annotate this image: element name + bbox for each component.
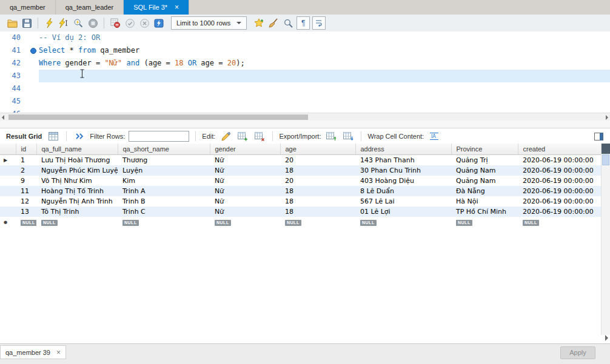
cell[interactable]: Trinh A [118, 186, 210, 196]
row-selector[interactable] [0, 196, 16, 207]
cell[interactable]: Nữ [210, 207, 280, 217]
beautify-button[interactable] [266, 16, 281, 30]
cell[interactable]: Nữ [210, 165, 280, 176]
cell[interactable]: Tô Thị Trinh [36, 207, 118, 217]
cell[interactable]: 30 Phan Chu Trinh [355, 165, 451, 176]
cell[interactable]: 18 [280, 207, 355, 217]
cell[interactable]: 2020-06-19 00:00:00 [518, 207, 602, 217]
cell[interactable]: 2020-06-19 00:00:00 [518, 186, 602, 196]
cell[interactable]: 9 [16, 176, 36, 186]
editor-line[interactable]: 46 [0, 108, 610, 113]
new-row-placeholder[interactable]: ●NULLNULLNULLNULLNULLNULLNULLNULL [0, 217, 602, 227]
editor-line[interactable]: 43 [0, 70, 610, 82]
cell[interactable]: Quảng Nam [451, 176, 518, 186]
cell[interactable]: Trinh B [118, 196, 210, 207]
editor-line[interactable]: 44 [0, 82, 610, 95]
cell[interactable]: 2020-06-19 00:00:00 [518, 165, 602, 176]
apply-button[interactable]: Apply [560, 346, 595, 359]
cell-null[interactable]: NULL [16, 217, 36, 227]
cell[interactable]: Nguyễn Thị Anh Trinh [36, 196, 118, 207]
cell[interactable]: Luyện [118, 165, 210, 176]
cell[interactable]: Thương [118, 155, 210, 166]
scroll-left-icon[interactable] [2, 115, 4, 120]
save-script-button[interactable] [19, 16, 34, 30]
panel-toggle-button[interactable] [592, 130, 605, 142]
navigate-button[interactable] [73, 130, 86, 142]
table-row[interactable]: 12Nguyễn Thị Anh TrinhTrinh BNữ18567 Lê … [0, 196, 602, 207]
cell-null[interactable]: NULL [210, 217, 280, 227]
filter-rows-input[interactable] [129, 131, 189, 142]
cell[interactable]: 18 [280, 186, 355, 196]
cell-null[interactable]: NULL [355, 217, 451, 227]
row-selector[interactable] [0, 186, 16, 196]
cell[interactable]: 2020-06-19 00:00:00 [518, 155, 602, 166]
table-row[interactable]: 13Tô Thị TrinhTrinh CNữ1801 Lê LợiTP Hồ … [0, 207, 602, 217]
cell[interactable]: 12 [16, 196, 36, 207]
cell-null[interactable]: NULL [280, 217, 355, 227]
cell[interactable]: 1 [16, 155, 36, 166]
tab-qa-team-leader[interactable]: qa_team_leader [56, 0, 124, 15]
cell-null[interactable]: NULL [118, 217, 210, 227]
close-icon[interactable]: × [56, 349, 61, 356]
column-header[interactable]: qa_short_name [118, 144, 210, 155]
vscroll-top-button[interactable] [602, 144, 610, 154]
row-selector[interactable] [0, 176, 16, 186]
row-selector[interactable] [0, 207, 16, 217]
limit-rows-dropdown[interactable]: Limit to 1000 rows [171, 16, 247, 30]
toggle-stop-on-error-button[interactable] [108, 16, 122, 30]
cell[interactable]: Quảng Trị [451, 155, 518, 166]
cell[interactable]: 20 [280, 155, 355, 166]
result-tab-qa-member-39[interactable]: qa_member 39 × [0, 345, 66, 359]
hscroll-thumb[interactable] [8, 114, 308, 120]
cell[interactable]: 2 [16, 165, 36, 176]
cell[interactable]: 11 [16, 186, 36, 196]
editor-hscrollbar[interactable] [0, 113, 610, 121]
editor-line[interactable]: 42Where gender = "Nữ" and (age = 18 OR a… [0, 57, 610, 70]
cell[interactable]: 2020-06-19 00:00:00 [518, 196, 602, 207]
insert-row-button[interactable] [236, 130, 249, 142]
cell[interactable]: 20 [280, 176, 355, 186]
column-header[interactable]: id [16, 144, 36, 155]
cell-null[interactable]: NULL [451, 217, 518, 227]
close-icon[interactable]: × [175, 4, 179, 11]
editor-line[interactable]: 45 [0, 95, 610, 108]
table-row[interactable]: 11Hoàng Thị Tố TrinhTrinh ANữ188 Lê Duẩn… [0, 186, 602, 196]
cell[interactable]: 143 Phan Thanh [355, 155, 451, 166]
stop-button[interactable] [85, 16, 100, 30]
cell[interactable]: Trinh C [118, 207, 210, 217]
scroll-right-icon[interactable] [606, 115, 608, 120]
current-row-marker-icon[interactable]: ▶ [0, 155, 16, 166]
table-row[interactable]: ▶1Lưu Thị Hoài ThươngThươngNữ20143 Phan … [0, 155, 602, 166]
table-row[interactable]: 9Võ Thị Như KimKimNữ20403 Hoàng DiệuQuản… [0, 176, 602, 186]
vscroll-thumb[interactable] [602, 154, 609, 165]
column-header[interactable]: age [280, 144, 355, 155]
cell[interactable]: Hoàng Thị Tố Trinh [36, 186, 118, 196]
edit-record-button[interactable] [219, 130, 232, 142]
tab-sql-file-3[interactable]: SQL File 3* × [124, 0, 189, 15]
cell[interactable]: 2020-06-19 00:00:00 [518, 176, 602, 186]
column-header[interactable]: Province [451, 144, 518, 155]
tab-qa-member[interactable]: qa_member [0, 0, 56, 15]
cell[interactable]: Nữ [210, 155, 280, 166]
save-snippet-button[interactable] [252, 16, 266, 30]
toggle-autocommit-button[interactable] [152, 16, 166, 30]
toggle-invisibles-button[interactable]: ¶ [297, 16, 310, 30]
cell[interactable]: Võ Thị Như Kim [36, 176, 118, 186]
grid-scroll-right-icon[interactable] [605, 335, 608, 341]
column-header[interactable]: address [355, 144, 451, 155]
cell[interactable]: 567 Lê Lai [355, 196, 451, 207]
grid-vscrollbar[interactable] [601, 144, 610, 335]
row-selector[interactable] [0, 165, 16, 176]
delete-row-button[interactable] [253, 130, 266, 142]
cell[interactable]: 01 Lê Lợi [355, 207, 451, 217]
cell[interactable]: Nguyễn Phúc Kim Luyện [36, 165, 118, 176]
cell[interactable]: Nữ [210, 196, 280, 207]
cell[interactable]: Kim [118, 176, 210, 186]
result-grid-button[interactable] [47, 130, 60, 142]
wrap-cell-button[interactable]: IA [427, 130, 441, 142]
find-button[interactable] [281, 16, 295, 30]
cell[interactable]: Lưu Thị Hoài Thương [36, 155, 118, 166]
cell[interactable]: 403 Hoàng Diệu [355, 176, 451, 186]
open-script-button[interactable] [5, 16, 19, 30]
cell[interactable]: 8 Lê Duẩn [355, 186, 451, 196]
